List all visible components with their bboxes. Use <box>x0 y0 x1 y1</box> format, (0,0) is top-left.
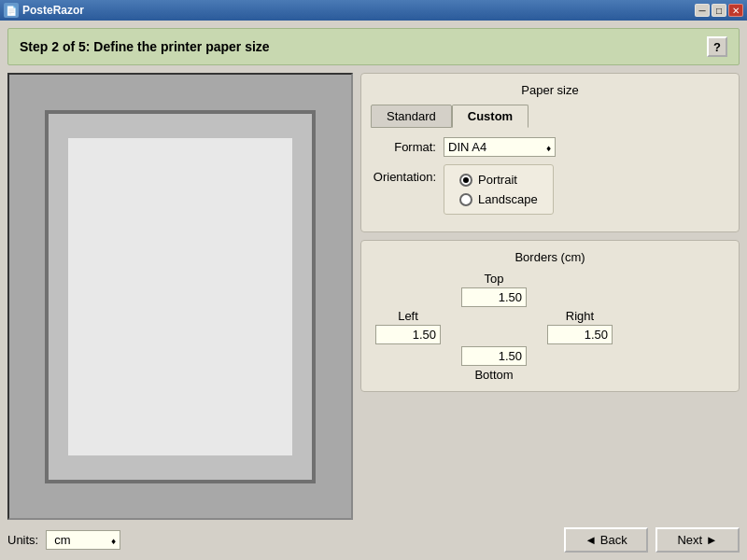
help-button[interactable]: ? <box>707 36 727 57</box>
format-row: Format: DIN A4 Letter Legal A3 A5 ⬧ <box>371 137 729 157</box>
landscape-radio[interactable] <box>459 193 472 206</box>
portrait-row[interactable]: Portrait <box>459 173 538 187</box>
tab-custom[interactable]: Custom <box>452 105 529 128</box>
window-content: Step 2 of 5: Define the printer paper si… <box>0 21 747 560</box>
left-input[interactable] <box>375 325 441 344</box>
borders-section: Borders (cm) Top Left <box>360 240 740 392</box>
format-select-wrapper: DIN A4 Letter Legal A3 A5 ⬧ <box>444 137 556 157</box>
right-input[interactable] <box>547 325 613 344</box>
left-label: Left <box>398 309 418 323</box>
main-area: Paper size Standard Custom Format: DIN A… <box>7 73 740 520</box>
landscape-label: Landscape <box>478 192 538 206</box>
format-label: Format: <box>371 140 436 154</box>
paper-size-title: Paper size <box>371 83 729 97</box>
borders-bottom-area: Bottom <box>461 346 527 382</box>
top-label: Top <box>485 272 504 286</box>
back-button[interactable]: ◄ Back <box>564 527 648 553</box>
landscape-row[interactable]: Landscape <box>459 192 538 206</box>
borders-left-area: Left <box>375 309 441 344</box>
orientation-label: Orientation: <box>371 170 436 184</box>
borders-top-area: Top <box>461 272 527 307</box>
units-area: Units: cm mm inch ⬧ <box>7 530 120 550</box>
step-title: Step 2 of 5: Define the printer paper si… <box>20 39 270 54</box>
title-bar: 📄 PosteRazor ─ □ ✕ <box>0 0 747 21</box>
top-input[interactable] <box>461 287 527 307</box>
right-panel: Paper size Standard Custom Format: DIN A… <box>360 73 740 520</box>
paper-preview <box>45 110 316 483</box>
preview-panel <box>7 73 353 520</box>
borders-grid: Top Left Right <box>371 272 729 382</box>
borders-right-area: Right <box>547 309 613 344</box>
window-controls: ─ □ ✕ <box>695 4 743 17</box>
portrait-label: Portrait <box>478 173 517 187</box>
paper-size-tabs: Standard Custom <box>371 105 729 128</box>
bottom-label: Bottom <box>474 368 513 382</box>
maximize-button[interactable]: □ <box>712 4 726 17</box>
next-button[interactable]: Next ► <box>655 527 740 553</box>
paper-inner <box>68 138 292 455</box>
units-select-wrapper: cm mm inch ⬧ <box>46 530 120 550</box>
right-label: Right <box>566 309 594 323</box>
bottom-bar: Units: cm mm inch ⬧ ◄ Back Next ► <box>7 527 740 553</box>
bottom-input[interactable] <box>461 346 527 366</box>
minimize-button[interactable]: ─ <box>695 4 710 17</box>
step-header: Step 2 of 5: Define the printer paper si… <box>7 28 740 65</box>
tab-standard[interactable]: Standard <box>371 105 452 128</box>
app-title: PosteRazor <box>22 4 84 17</box>
nav-buttons: ◄ Back Next ► <box>564 527 740 553</box>
title-bar-left: 📄 PosteRazor <box>4 3 84 18</box>
borders-title: Borders (cm) <box>371 250 729 264</box>
paper-size-section: Paper size Standard Custom Format: DIN A… <box>360 73 740 232</box>
units-label: Units: <box>7 533 38 547</box>
orientation-row: Orientation: Portrait Landscape <box>371 164 729 215</box>
units-select[interactable]: cm mm inch <box>46 530 120 550</box>
app-icon: 📄 <box>4 3 19 18</box>
orientation-box: Portrait Landscape <box>444 164 554 215</box>
format-select[interactable]: DIN A4 Letter Legal A3 A5 <box>444 137 556 157</box>
close-button[interactable]: ✕ <box>728 4 743 17</box>
portrait-radio[interactable] <box>459 174 472 187</box>
